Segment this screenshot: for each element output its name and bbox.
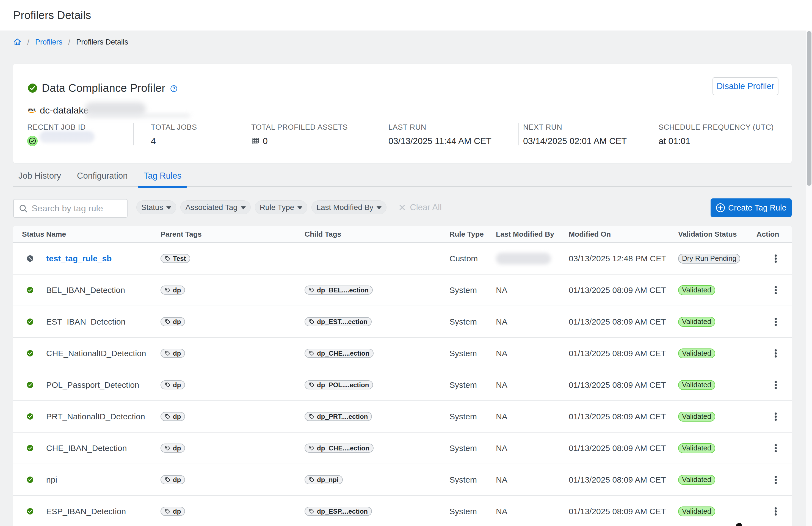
tag-icon bbox=[309, 319, 315, 324]
column-header-validation-status: Validation Status bbox=[678, 230, 756, 238]
validation-status-badge: Validated bbox=[678, 507, 715, 516]
stat-value bbox=[27, 135, 86, 147]
tag-icon bbox=[165, 255, 171, 261]
tag-icon bbox=[165, 350, 171, 356]
tag-pill[interactable]: dp_ESP....ection bbox=[305, 507, 372, 516]
filter-dropdown-status[interactable]: Status bbox=[136, 200, 176, 214]
search-icon bbox=[19, 204, 28, 213]
stat-label: TOTAL JOBS bbox=[151, 123, 197, 132]
table-row-PRT_NationalID_Detection[interactable]: PRT_NationalID_Detection dp dp_PRT....ec… bbox=[13, 401, 792, 433]
cell-modified-on: 03/13/2025 12:48 PM CET bbox=[569, 254, 678, 263]
cell-last-modified-by: NA bbox=[496, 412, 569, 421]
cell-parent-tags: dp bbox=[161, 380, 305, 390]
tag-pill[interactable]: dp_CHE....ection bbox=[305, 349, 374, 358]
breadcrumb-home-link[interactable] bbox=[13, 38, 21, 46]
table-row-EST_IBAN_Detection[interactable]: EST_IBAN_Detection dp dp_EST....ection S… bbox=[13, 306, 792, 338]
table-row-CHE_IBAN_Detection[interactable]: CHE_IBAN_Detection dp dp_CHE....ection S… bbox=[13, 433, 792, 464]
row-actions-menu-icon[interactable] bbox=[770, 252, 781, 265]
column-header-child-tags: Child Tags bbox=[305, 230, 449, 238]
cell-child-tags: dp_ESP....ection bbox=[305, 507, 449, 516]
create-tag-rule-button[interactable]: Create Tag Rule bbox=[711, 199, 792, 217]
tag-pill[interactable]: dp_BEL....ection bbox=[305, 286, 373, 295]
disable-profiler-button[interactable]: Disable Profiler bbox=[712, 77, 779, 96]
tag-pill[interactable]: dp_EST....ection bbox=[305, 317, 372, 326]
clear-all-filters[interactable]: Clear All bbox=[398, 200, 441, 214]
row-actions-menu-icon[interactable] bbox=[770, 347, 781, 360]
breadcrumb-separator: / bbox=[27, 38, 29, 47]
row-actions-menu-icon[interactable] bbox=[770, 506, 781, 517]
row-actions-menu-icon[interactable] bbox=[770, 474, 781, 486]
tag-label: dp_PRT....ection bbox=[317, 413, 368, 421]
tag-pill[interactable]: dp bbox=[161, 475, 185, 484]
caret-down-icon bbox=[377, 206, 381, 209]
page-scrollbar[interactable] bbox=[806, 30, 812, 526]
stat-divider bbox=[235, 123, 235, 145]
cell-parent-tags: Test bbox=[161, 254, 305, 263]
row-actions-menu-icon[interactable] bbox=[770, 379, 781, 391]
tag-pill[interactable]: dp bbox=[161, 380, 185, 390]
cell-status bbox=[22, 287, 46, 293]
table-row-CHE_NationalID_Detection[interactable]: CHE_NationalID_Detection dp dp_CHE....ec… bbox=[13, 338, 792, 369]
tab-job-history[interactable]: Job History bbox=[13, 167, 67, 187]
cell-name: POL_Passport_Detection bbox=[46, 380, 161, 390]
search-input[interactable] bbox=[32, 203, 122, 214]
tag-label: dp_CHE....ection bbox=[317, 444, 369, 452]
tag-pill[interactable]: dp_PRT....ection bbox=[305, 412, 372, 421]
table-row-npi[interactable]: npi dp dp_npi System NA 01/13/2025 08:09… bbox=[13, 464, 792, 496]
tag-pill[interactable]: dp bbox=[161, 317, 185, 326]
tag-pill[interactable]: dp_npi bbox=[305, 475, 343, 484]
column-header-name: Name bbox=[46, 230, 161, 238]
table-row-BEL_IBAN_Detection[interactable]: BEL_IBAN_Detection dp dp_BEL....ection S… bbox=[13, 275, 792, 306]
cell-last-modified-by: NA bbox=[496, 507, 569, 516]
clear-all-label: Clear All bbox=[410, 203, 441, 213]
validation-status-badge: Validated bbox=[678, 349, 715, 359]
tag-pill[interactable]: dp bbox=[161, 349, 185, 358]
tag-pill[interactable]: dp bbox=[161, 412, 185, 421]
filter-dropdown-associated-tag[interactable]: Associated Tag bbox=[180, 200, 250, 214]
table-row-POL_Passport_Detection[interactable]: POL_Passport_Detection dp dp_POL....ecti… bbox=[13, 369, 792, 401]
column-header-status: Status bbox=[22, 230, 46, 238]
row-actions-menu-icon[interactable] bbox=[770, 316, 781, 328]
breadcrumb-link-profilers[interactable]: Profilers bbox=[35, 38, 62, 46]
tag-icon bbox=[309, 508, 315, 514]
tag-pill[interactable]: dp_CHE....ection bbox=[305, 443, 374, 453]
cell-name: BEL_IBAN_Detection bbox=[46, 286, 161, 295]
tab-tag-rules[interactable]: Tag Rules bbox=[138, 167, 187, 187]
table-row-ESP_IBAN_Detection[interactable]: ESP_IBAN_Detection dp dp_ESP....ection S… bbox=[13, 496, 792, 526]
tag-pill[interactable]: dp bbox=[161, 507, 185, 516]
cell-validation-status: Validated bbox=[678, 349, 756, 359]
datalake-name: dc-datalake bbox=[40, 105, 89, 116]
row-actions-menu-icon[interactable] bbox=[770, 411, 781, 423]
scrollbar-thumb[interactable] bbox=[807, 31, 811, 186]
tag-pill[interactable]: Test bbox=[161, 254, 190, 263]
breadcrumb: / Profilers / Profilers Details bbox=[13, 35, 128, 49]
tag-icon bbox=[309, 287, 315, 293]
row-actions-menu-icon[interactable] bbox=[770, 442, 781, 454]
filter-dropdown-last-modified-by[interactable]: Last Modified By bbox=[311, 200, 387, 214]
cell-child-tags: dp_CHE....ection bbox=[305, 349, 449, 358]
status-enabled-icon bbox=[27, 319, 33, 325]
row-actions-menu-icon[interactable] bbox=[770, 284, 781, 296]
cell-rule-type: System bbox=[449, 317, 496, 326]
tab-configuration[interactable]: Configuration bbox=[71, 167, 133, 187]
tag-label: Test bbox=[173, 255, 186, 262]
tag-pill[interactable]: dp bbox=[161, 443, 185, 453]
table-row-test_tag_rule_sb[interactable]: test_tag_rule_sb Test Custom 03/13/2025 … bbox=[13, 243, 792, 275]
tag-pill[interactable]: dp_POL....ection bbox=[305, 380, 373, 390]
help-icon[interactable] bbox=[171, 85, 177, 92]
cell-action bbox=[756, 284, 792, 296]
home-icon bbox=[13, 38, 21, 46]
filter-dropdown-rule-type[interactable]: Rule Type bbox=[255, 200, 308, 214]
validation-status-badge: Validated bbox=[678, 380, 715, 390]
tag-pill[interactable]: dp bbox=[161, 286, 185, 295]
cell-last-modified-by: NA bbox=[496, 475, 569, 484]
status-enabled-icon bbox=[27, 477, 33, 483]
cell-rule-type: System bbox=[449, 286, 496, 295]
cell-rule-type: System bbox=[449, 443, 496, 453]
tag-icon bbox=[309, 413, 315, 419]
tag-icon bbox=[165, 382, 171, 388]
column-header-parent-tags: Parent Tags bbox=[161, 230, 305, 238]
cell-parent-tags: dp bbox=[161, 475, 305, 484]
cell-parent-tags: dp bbox=[161, 443, 305, 453]
tag-rule-name-link[interactable]: test_tag_rule_sb bbox=[46, 254, 112, 263]
